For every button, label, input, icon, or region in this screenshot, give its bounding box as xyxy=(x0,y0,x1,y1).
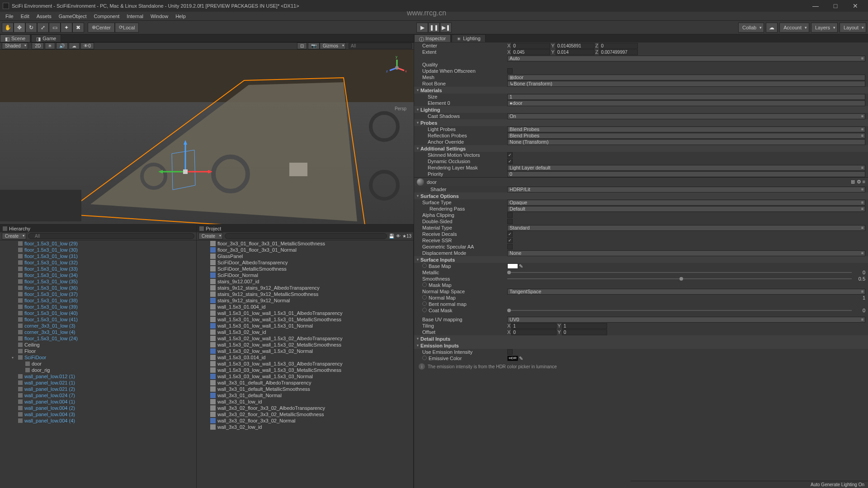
hierarchy-row[interactable]: floor_1.5x3_01_low (36) xyxy=(0,285,196,291)
shader-dropdown[interactable]: HDRP/Lit xyxy=(507,187,865,192)
2d-toggle[interactable]: 2D xyxy=(32,42,44,49)
maximize-button[interactable]: □ xyxy=(826,0,845,12)
materials-section[interactable]: Materials xyxy=(414,87,868,94)
hand-tool[interactable]: ✋ xyxy=(2,23,14,33)
iso-toggle[interactable]: ⊡ xyxy=(297,42,307,49)
lighting-section[interactable]: Lighting xyxy=(414,106,868,113)
hierarchy-row[interactable]: corner_3x3_01_low (3) xyxy=(0,323,196,329)
project-row[interactable]: wall_3x3_02_floor_3x3_02_Normal xyxy=(197,418,413,424)
displacement-dropdown[interactable]: None xyxy=(507,250,865,256)
base-uv-dropdown[interactable]: UV0 xyxy=(507,317,865,323)
layers-dropdown[interactable]: Layers xyxy=(811,23,838,33)
hierarchy-row[interactable]: door xyxy=(0,361,196,367)
pivot-toggle[interactable]: ⊕Center xyxy=(88,23,115,33)
project-row[interactable]: wall_1.5x3_01_low_wall_1.5x3_01_Normal xyxy=(197,323,413,329)
project-row[interactable]: wall_1.5x3_02_low_wall_1.5x3_02_Normal xyxy=(197,348,413,354)
layout-dropdown[interactable]: Layout xyxy=(840,23,866,33)
offset-x[interactable] xyxy=(511,329,557,335)
menu-component[interactable]: Component xyxy=(90,13,123,20)
shading-dropdown[interactable]: Shaded xyxy=(2,42,28,49)
hierarchy-row[interactable]: Ceiling xyxy=(0,342,196,348)
emission-inputs-section[interactable]: Emission Inputs xyxy=(414,342,868,349)
hierarchy-row[interactable]: wall_panel_low.004 (2) xyxy=(0,405,196,411)
normal-space-dropdown[interactable]: TangentSpace xyxy=(507,289,865,295)
base-map-color[interactable] xyxy=(507,263,518,269)
play-button[interactable]: ▶ xyxy=(416,23,428,33)
project-vis-icon[interactable]: 👁 xyxy=(396,234,401,239)
rendering-layer-dropdown[interactable]: Light Layer default xyxy=(507,165,865,171)
eyedropper-icon[interactable]: ✎ xyxy=(518,263,524,269)
project-row[interactable]: wall_3x3_02_low_id xyxy=(197,424,413,430)
metallic-slider[interactable] xyxy=(507,272,852,273)
probes-section[interactable]: Probes xyxy=(414,119,868,126)
coat-mask-radio[interactable] xyxy=(422,308,427,312)
scene-search[interactable] xyxy=(349,43,412,49)
project-create[interactable]: Create xyxy=(198,233,223,239)
cast-shadows-dropdown[interactable]: On xyxy=(507,113,865,119)
double-sided-check[interactable] xyxy=(507,219,513,224)
size-field[interactable]: 1 xyxy=(507,94,865,100)
mesh-field[interactable]: ⊞ door xyxy=(507,75,865,80)
tab-inspector[interactable]: ⓘInspector xyxy=(414,34,451,42)
tiling-y[interactable] xyxy=(562,323,607,329)
rotate-tool[interactable]: ↻ xyxy=(25,23,37,33)
tab-lighting[interactable]: ☀Lighting xyxy=(452,34,486,42)
hierarchy-row[interactable]: floor_1.5x3_01_low (41) xyxy=(0,316,196,323)
hierarchy-create[interactable]: Create xyxy=(2,233,26,239)
rendering-pass-dropdown[interactable]: Default xyxy=(507,206,865,212)
project-row[interactable]: stairs_9x12.007_id xyxy=(197,278,413,285)
space-toggle[interactable]: ⟳Local xyxy=(115,23,139,33)
extent-x[interactable] xyxy=(511,49,550,55)
move-tool[interactable]: ✥ xyxy=(14,23,25,33)
project-row[interactable]: wall_1.5x3_03.014_id xyxy=(197,354,413,361)
project-row[interactable]: floor_3x3_01_floor_3x3_01_MetallicSmooth… xyxy=(197,240,413,247)
hierarchy-row[interactable]: floor_1.5x3_01_low (35) xyxy=(0,278,196,285)
project-row[interactable]: wall_1.5x3_03_low_wall_1.5x3_03_Normal xyxy=(197,373,413,380)
collab-dropdown[interactable]: Collab xyxy=(738,23,764,33)
project-row[interactable]: wall_1.5x3_02_low_wall_1.5x3_02_Metallic… xyxy=(197,342,413,348)
center-x[interactable] xyxy=(511,43,550,49)
hierarchy-row[interactable]: floor_1.5x3_01_low (24) xyxy=(0,335,196,342)
base-map-radio[interactable] xyxy=(422,263,427,268)
extent-y[interactable] xyxy=(556,49,594,55)
normal-map-radio[interactable] xyxy=(422,295,427,300)
project-row[interactable]: wall_1.5x3_02_low_wall_1.5x3_02_AlbedoTr… xyxy=(197,335,413,342)
tab-scene[interactable]: ◧Scene xyxy=(0,34,30,42)
menu-internal[interactable]: Internal xyxy=(123,13,147,20)
project-row[interactable]: wall_3x3_02_floor_3x3_02_AlbedoTranspare… xyxy=(197,405,413,411)
surface-type-dropdown[interactable]: Opaque xyxy=(507,200,865,206)
menu-file[interactable]: File xyxy=(2,13,17,20)
menu-gameobject[interactable]: GameObject xyxy=(55,13,90,20)
hierarchy-list[interactable]: floor_1.5x3_01_low (29)floor_1.5x3_01_lo… xyxy=(0,240,196,488)
surface-inputs-section[interactable]: Surface Inputs xyxy=(414,256,868,263)
eyedropper2-icon[interactable]: ✎ xyxy=(518,356,524,361)
project-row[interactable]: SciFiDoor_AlbedoTransparency xyxy=(197,259,413,266)
use-emission-check[interactable] xyxy=(507,349,513,355)
project-list[interactable]: floor_3x3_01_floor_3x3_01_MetallicSmooth… xyxy=(197,240,413,488)
hierarchy-row[interactable]: floor_1.5x3_01_low (31) xyxy=(0,253,196,259)
project-row[interactable]: GlassPanel xyxy=(197,253,413,259)
project-row[interactable]: stairs_9x12_stairs_9x12_Normal xyxy=(197,297,413,304)
project-row[interactable]: wall_3x3_01_low_id xyxy=(197,399,413,405)
project-row[interactable]: floor_3x3_01_floor_3x3_01_Normal xyxy=(197,247,413,253)
pause-button[interactable]: ❚❚ xyxy=(428,23,440,33)
project-row[interactable]: wall_1.5x3_01.004_id xyxy=(197,304,413,310)
gizmos-dropdown[interactable]: Gizmos xyxy=(320,42,346,49)
project-row[interactable]: SciFiDoor_Normal xyxy=(197,272,413,278)
project-row[interactable]: wall_3x3_01_default_AlbedoTransparency xyxy=(197,380,413,386)
hierarchy-row[interactable]: floor_1.5x3_01_low (30) xyxy=(0,247,196,253)
auto-dropdown[interactable]: Auto xyxy=(507,56,865,61)
hierarchy-row[interactable]: floor_1.5x3_01_low (32) xyxy=(0,259,196,266)
camera-toggle[interactable]: 📷 xyxy=(308,42,320,49)
project-row[interactable]: wall_1.5x3_01_low_wall_1.5x3_01_AlbedoTr… xyxy=(197,310,413,316)
update-offscreen-check[interactable] xyxy=(507,68,513,74)
project-row[interactable]: stairs_9x12_stairs_9x12_AlbedoTransparen… xyxy=(197,285,413,291)
hierarchy-row[interactable]: floor_1.5x3_01_low (38) xyxy=(0,297,196,304)
minimize-button[interactable]: — xyxy=(806,0,826,12)
root-bone-field[interactable]: ↳ Bone (Transform) xyxy=(507,81,865,87)
hierarchy-row[interactable]: door_rig xyxy=(0,367,196,373)
project-row[interactable]: wall_1.5x3_03_low_wall_1.5x3_03_AlbedoTr… xyxy=(197,361,413,367)
transform-tool[interactable]: ✦ xyxy=(61,23,72,33)
hierarchy-row[interactable]: wall_panel_low.021 (2) xyxy=(0,386,196,392)
surface-options-section[interactable]: Surface Options xyxy=(414,192,868,199)
